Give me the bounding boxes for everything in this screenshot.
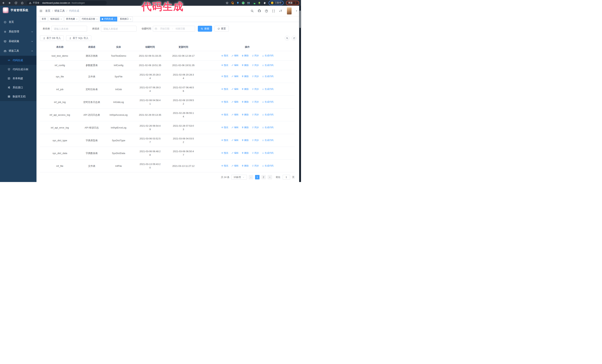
import-sql-button[interactable]: 基于 SQL 导入	[66, 35, 91, 41]
sidebar-subitem-3-2[interactable]: 表单构建	[0, 74, 36, 83]
action-sync-link[interactable]: 同步	[252, 138, 259, 142]
profile-chip[interactable]: 已暂停	[269, 1, 284, 5]
action-delete-link[interactable]: 删除	[242, 164, 249, 167]
date-start-input[interactable]	[158, 27, 171, 30]
action-download-link[interactable]: 生成代码	[262, 87, 274, 91]
address-bar[interactable]: 不安全 dashboard.yudao.iocoder.cn/tool/code…	[27, 1, 107, 5]
action-delete-link[interactable]: 删除	[242, 113, 249, 116]
action-sync-link[interactable]: 同步	[252, 100, 259, 104]
action-sync-link[interactable]: 同步	[252, 151, 259, 155]
home-icon[interactable]	[21, 1, 24, 4]
page-button-2[interactable]: 2	[261, 175, 266, 179]
date-range-picker[interactable]: -	[153, 26, 195, 32]
user-avatar[interactable]	[287, 7, 291, 14]
action-sync-link[interactable]: 同步	[252, 54, 259, 57]
next-page-button[interactable]: ›	[268, 175, 272, 179]
sidebar-subitem-3-4[interactable]: 数据库文档	[0, 92, 36, 101]
table-name-input[interactable]	[52, 26, 87, 32]
breadcrumb-home[interactable]: 首页	[45, 9, 50, 13]
action-sync-link[interactable]: 同步	[252, 63, 259, 67]
action-delete-link[interactable]: 删除	[242, 75, 249, 78]
sidebar-subitem-3-3[interactable]: 系统接口	[0, 83, 36, 92]
extensions-puzzle-icon[interactable]	[263, 1, 266, 4]
extension-grid-icon[interactable]	[247, 1, 250, 4]
back-icon[interactable]	[2, 1, 5, 4]
tab-3[interactable]: 代码生成示例×	[80, 17, 99, 21]
close-tab-icon[interactable]: ×	[61, 18, 62, 20]
action-delete-link[interactable]: 删除	[242, 151, 249, 155]
action-sync-link[interactable]: 同步	[252, 75, 259, 78]
extension-gem-icon[interactable]	[236, 1, 239, 4]
action-delete-link[interactable]: 删除	[242, 126, 249, 129]
toggle-search-button[interactable]	[285, 36, 290, 41]
prev-page-button[interactable]: ‹	[249, 175, 253, 179]
extension-orange-icon[interactable]	[231, 1, 234, 4]
action-sync-link[interactable]: 同步	[252, 113, 259, 116]
reset-button[interactable]: 重置	[215, 26, 229, 32]
url-path[interactable]: /tool/codegen	[72, 2, 85, 4]
search-icon[interactable]	[251, 10, 254, 13]
action-delete-link[interactable]: 删除	[242, 87, 249, 91]
action-edit-link[interactable]: 编辑	[231, 100, 239, 104]
action-delete-link[interactable]: 删除	[242, 63, 249, 67]
action-edit-link[interactable]: 编辑	[231, 54, 239, 57]
action-eye-link[interactable]: 预览	[221, 164, 228, 167]
page-button-1[interactable]: 1	[255, 175, 259, 179]
action-download-link[interactable]: 生成代码	[262, 63, 274, 67]
action-eye-link[interactable]: 预览	[221, 87, 228, 91]
sidebar-item-3[interactable]: 研发工具	[0, 46, 36, 56]
action-sync-link[interactable]: 同步	[252, 87, 259, 91]
date-end-input[interactable]	[173, 27, 187, 30]
browser-update-button[interactable]: 更新	[286, 1, 299, 5]
action-download-link[interactable]: 生成代码	[262, 75, 274, 78]
caret-down-icon[interactable]	[295, 10, 298, 12]
tab-0[interactable]: 首页	[40, 17, 48, 21]
action-eye-link[interactable]: 预览	[221, 100, 228, 104]
extension-check-icon[interactable]	[242, 1, 245, 4]
bookmark-star-icon[interactable]	[226, 1, 229, 4]
sidebar-subitem-3-0[interactable]: 代码生成	[0, 56, 36, 65]
tab-4[interactable]: 代码生成×	[100, 17, 117, 21]
scrollbar-thumb[interactable]	[300, 10, 301, 28]
sidebar-subitem-3-1[interactable]: 代码生成示例	[0, 65, 36, 74]
action-sync-link[interactable]: 同步	[252, 126, 259, 129]
extension-alien-icon[interactable]	[258, 1, 261, 4]
action-edit-link[interactable]: 编辑	[231, 164, 239, 167]
breadcrumb-devtools[interactable]: 研发工具	[54, 9, 65, 13]
action-eye-link[interactable]: 预览	[221, 113, 228, 116]
url-host[interactable]: dashboard.yudao.iocoder.cn	[42, 2, 70, 4]
action-edit-link[interactable]: 编辑	[231, 151, 239, 155]
page-size-select[interactable]: 10条/页	[231, 175, 247, 180]
tab-1[interactable]: 链路追踪×	[49, 17, 63, 21]
forward-icon[interactable]	[8, 1, 11, 4]
search-button[interactable]: 搜索	[198, 26, 212, 32]
menu-dots-icon[interactable]	[294, 2, 297, 4]
sidebar-toggle-hamburger-icon[interactable]	[38, 8, 44, 13]
close-tab-icon[interactable]: ×	[96, 18, 97, 20]
action-edit-link[interactable]: 编辑	[231, 113, 239, 116]
close-tab-icon[interactable]: ×	[130, 18, 131, 20]
action-edit-link[interactable]: 编辑	[231, 138, 239, 142]
sidebar-item-0[interactable]: 首页	[0, 17, 36, 27]
action-edit-link[interactable]: 编辑	[231, 87, 239, 91]
goto-page-input[interactable]	[283, 175, 290, 180]
page-scrollbar[interactable]	[299, 6, 301, 182]
font-size-icon[interactable]	[279, 10, 282, 12]
refresh-table-button[interactable]	[291, 36, 296, 41]
action-download-link[interactable]: 生成代码	[262, 113, 274, 116]
sidebar-item-1[interactable]: 系统管理	[0, 27, 36, 36]
action-delete-link[interactable]: 删除	[242, 54, 249, 57]
github-icon[interactable]	[258, 9, 261, 13]
action-download-link[interactable]: 生成代码	[262, 138, 274, 142]
action-edit-link[interactable]: 编辑	[231, 75, 239, 78]
action-eye-link[interactable]: 预览	[221, 75, 228, 78]
action-delete-link[interactable]: 删除	[242, 138, 249, 142]
action-download-link[interactable]: 生成代码	[262, 54, 274, 57]
action-download-link[interactable]: 生成代码	[262, 126, 274, 129]
action-eye-link[interactable]: 预览	[221, 151, 228, 155]
tab-5[interactable]: 系统接口×	[118, 17, 133, 21]
action-eye-link[interactable]: 预览	[221, 63, 228, 67]
tab-2[interactable]: 表单构建×	[64, 17, 79, 21]
action-eye-link[interactable]: 预览	[221, 54, 228, 57]
action-download-link[interactable]: 生成代码	[262, 100, 274, 104]
